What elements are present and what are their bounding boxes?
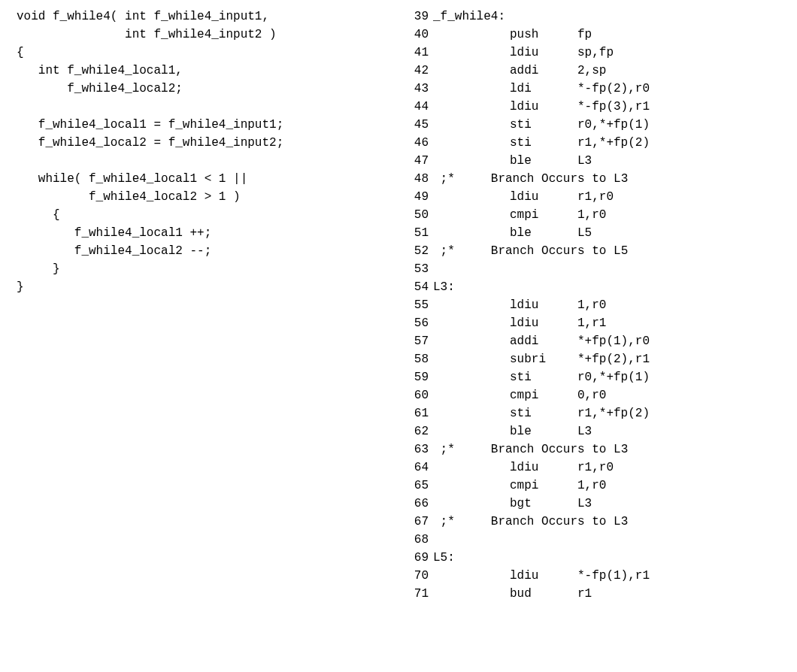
asm-line: 69 L5: (406, 549, 788, 567)
asm-opcode (510, 278, 577, 296)
asm-line: 64 ldiur1,r0 (406, 459, 788, 477)
asm-label (433, 477, 510, 495)
asm-line: 42 addi2,sp (406, 62, 788, 80)
c-source-line: void f_while4( int f_while4_input1, (17, 8, 400, 26)
asm-line-number: 55 (406, 296, 429, 314)
asm-args: *-fp(2),r0 (577, 80, 788, 98)
asm-args: *+fp(2),r1 (577, 350, 788, 368)
asm-opcode: ble (510, 422, 577, 440)
asm-line: 45 stir0,*+fp(1) (406, 116, 788, 134)
asm-args: sp,fp (577, 44, 788, 62)
asm-opcode (510, 549, 577, 567)
c-source-line: } (17, 260, 400, 278)
c-source-line: { (17, 206, 400, 224)
asm-args: r1 (577, 585, 788, 603)
c-source-line: f_while4_local1 = f_while4_input1; (17, 116, 400, 134)
asm-line-number: 52 (406, 242, 429, 260)
asm-args (577, 531, 788, 549)
asm-opcode: cmpi (510, 206, 577, 224)
asm-line: 71 budr1 (406, 585, 788, 603)
asm-args: 1,r0 (577, 296, 788, 314)
asm-line-number: 50 (406, 206, 429, 224)
asm-label (433, 567, 510, 585)
asm-args: L3 (577, 152, 788, 170)
c-source-line: f_while4_local1 ++; (17, 224, 400, 242)
asm-label (433, 386, 510, 404)
c-source-line: } (17, 278, 400, 296)
asm-label (433, 585, 510, 603)
asm-line-number: 41 (406, 44, 429, 62)
c-source-line: f_while4_local2; (17, 80, 400, 98)
asm-line: 58 subri*+fp(2),r1 (406, 350, 788, 368)
asm-label (433, 422, 510, 440)
c-source-line: while( f_while4_local1 < 1 || (17, 170, 400, 188)
asm-args (577, 260, 788, 278)
asm-line-number: 45 (406, 116, 429, 134)
asm-line: 70 ldiu*-fp(1),r1 (406, 567, 788, 585)
asm-line: 44 ldiu*-fp(3),r1 (406, 98, 788, 116)
asm-label (433, 350, 510, 368)
asm-args: r1,*+fp(2) (577, 404, 788, 422)
asm-line: 39 _f_while4: (406, 8, 788, 26)
asm-label (433, 44, 510, 62)
c-source-column: void f_while4( int f_while4_input1, int … (9, 8, 400, 664)
asm-args: L5 (577, 224, 788, 242)
asm-comment: ;* Branch Occurs to L3 (433, 170, 788, 188)
asm-comment: ;* Branch Occurs to L5 (433, 242, 788, 260)
asm-label: L3: (433, 278, 510, 296)
asm-opcode: cmpi (510, 477, 577, 495)
asm-label (433, 26, 510, 44)
asm-opcode: ldiu (510, 188, 577, 206)
c-source-line (17, 152, 400, 170)
code-comparison: void f_while4( int f_while4_input1, int … (0, 0, 797, 672)
c-source-line: f_while4_local2 = f_while4_input2; (17, 134, 400, 152)
asm-line: 63 ;* Branch Occurs to L3 (406, 440, 788, 459)
asm-line: 50 cmpi1,r0 (406, 206, 788, 224)
asm-label (433, 116, 510, 134)
asm-opcode: sti (510, 116, 577, 134)
asm-opcode: addi (510, 332, 577, 350)
asm-opcode: sti (510, 404, 577, 422)
asm-opcode: ldiu (510, 567, 577, 585)
asm-opcode (510, 531, 577, 549)
asm-args: 2,sp (577, 62, 788, 80)
asm-args (577, 8, 788, 26)
asm-line-number: 63 (406, 440, 429, 459)
asm-line-number: 40 (406, 26, 429, 44)
asm-label (433, 152, 510, 170)
c-source-line: { (17, 44, 400, 62)
asm-args: fp (577, 26, 788, 44)
asm-line: 53 (406, 260, 788, 278)
asm-args: L3 (577, 495, 788, 513)
c-source-line: int f_while4_local1, (17, 62, 400, 80)
asm-label (433, 332, 510, 350)
asm-line-number: 54 (406, 278, 429, 296)
asm-line-number: 62 (406, 422, 429, 440)
asm-comment: ;* Branch Occurs to L3 (433, 513, 788, 531)
asm-label (433, 495, 510, 513)
asm-line: 66 bgtL3 (406, 495, 788, 513)
asm-line: 48 ;* Branch Occurs to L3 (406, 170, 788, 188)
asm-line-number: 59 (406, 368, 429, 386)
asm-label: _f_while4: (433, 8, 510, 26)
asm-args: r1,r0 (577, 459, 788, 477)
asm-line-number: 57 (406, 332, 429, 350)
asm-line: 67 ;* Branch Occurs to L3 (406, 513, 788, 531)
asm-line-number: 65 (406, 477, 429, 495)
asm-line-number: 58 (406, 350, 429, 368)
asm-args: r0,*+fp(1) (577, 368, 788, 386)
asm-args: r0,*+fp(1) (577, 116, 788, 134)
assembly-column: 39 _f_while4:40 pushfp41 ldiusp,fp42 add… (400, 8, 788, 664)
asm-line: 56 ldiu1,r1 (406, 314, 788, 332)
asm-line: 57 addi*+fp(1),r0 (406, 332, 788, 350)
asm-label (433, 314, 510, 332)
asm-line-number: 71 (406, 585, 429, 603)
c-source-line: f_while4_local2 > 1 ) (17, 188, 400, 206)
asm-line-number: 66 (406, 495, 429, 513)
asm-label (433, 80, 510, 98)
asm-opcode: bud (510, 585, 577, 603)
asm-line-number: 61 (406, 404, 429, 422)
asm-opcode: sti (510, 134, 577, 152)
c-source-line: int f_while4_input2 ) (17, 26, 400, 44)
asm-label (433, 206, 510, 224)
